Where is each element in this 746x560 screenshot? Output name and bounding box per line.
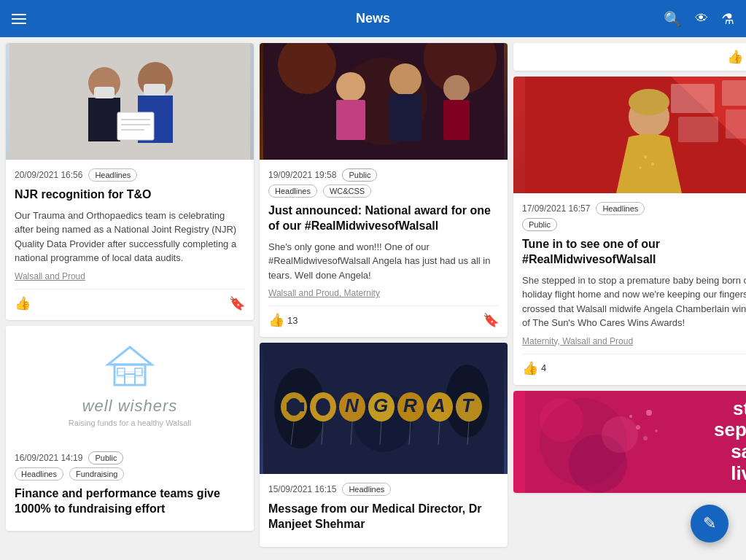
card-meta-njr: 20/09/2021 16:56 Headlines [15,168,245,182]
column-1: 20/09/2021 16:56 Headlines NJR recogniti… [6,43,254,547]
svg-point-61 [651,163,654,166]
sepsis-line1: stop [714,398,746,420]
card-tag-fundraising-wellwishers[interactable]: Fundraising [69,467,124,481]
svg-text:A: A [431,394,446,416]
card-footer-tune-in: 👍 4 🔖 [522,354,746,376]
svg-rect-1 [9,43,250,160]
card-tags-tune-in: Public [522,218,746,231]
news-grid: 20/09/2021 16:56 Headlines NJR recogniti… [0,37,746,553]
card-national-award: 19/09/2021 19:58 Public Headlines WC&CSS… [260,43,508,337]
sepsis-line2: sepsis [714,419,746,441]
card-tune-in: 17/09/2021 16:57 Headlines Public Tune i… [513,77,746,385]
like-button-partial[interactable]: 👍 3 [727,49,746,65]
svg-rect-14 [125,374,135,385]
svg-point-76 [643,436,648,440]
like-button-award[interactable]: 👍 13 [268,312,298,328]
card-tags-wellwishers: Headlines Fundraising [15,467,245,481]
card-tag-public-tune-in[interactable]: Public [522,218,557,231]
svg-rect-35 [287,402,304,411]
card-image-wellwishers: well wishers Raising funds for a healthy… [6,326,254,443]
svg-point-27 [443,75,470,101]
card-links-award: Walsall and Proud, Maternity [268,288,499,298]
card-tag-headlines-njr[interactable]: Headlines [88,168,137,182]
svg-text:N: N [345,394,360,416]
fab-edit-button[interactable]: ✎ [691,505,728,542]
card-image-njr [6,43,254,160]
svg-rect-24 [336,100,365,140]
card-image-midwife [513,77,746,193]
card-tag-public-wellwishers[interactable]: Public [88,451,123,464]
svg-text:R: R [403,394,417,416]
card-date-njr: 20/09/2021 16:56 [15,170,82,180]
filter-icon[interactable]: ⚗ [721,10,734,28]
card-link-tune-in[interactable]: Maternity, Walsall and Proud [522,336,633,346]
svg-point-23 [336,72,365,101]
card-tag-public-award[interactable]: Public [342,168,377,182]
bookmark-button-njr[interactable]: 🔖 [229,295,245,311]
card-date-award: 19/09/2021 19:58 [268,170,336,180]
card-tag-headlines-tune-in[interactable]: Headlines [596,202,645,215]
card-excerpt-award: She's only gone and won!!! One of our #R… [268,240,499,283]
card-date-wellwishers: 16/09/2021 14:19 [15,453,82,463]
card-date-tune-in: 17/09/2021 16:57 [522,203,590,214]
card-tag-headlines-wellwishers[interactable]: Headlines [15,467,63,481]
card-body-wellwishers: 16/09/2021 14:19 Public Headlines Fundra… [6,443,254,532]
header-right: 🔍 👁 ⚗ [664,10,734,28]
like-button-njr[interactable]: 👍 [15,295,31,311]
card-meta-tune-in: 17/09/2021 16:57 Headlines [522,202,746,215]
svg-point-62 [640,167,642,169]
svg-rect-65 [678,117,718,142]
thumb-icon-partial: 👍 [727,49,743,65]
card-meta-wellwishers: 16/09/2021 14:19 Public [15,451,245,464]
sepsis-line3: save [714,441,746,463]
svg-point-60 [644,155,647,158]
sepsis-line4: lives [714,463,746,485]
svg-point-74 [655,429,658,432]
card-njr-recognition: 20/09/2021 16:56 Headlines NJR recogniti… [6,43,254,320]
watch-icon[interactable]: 👁 [695,11,708,26]
card-tag-headlines-medical[interactable]: Headlines [342,483,391,496]
thumb-icon-award: 👍 [268,312,284,328]
fab-edit-icon: ✎ [703,514,716,533]
like-button-tune-in[interactable]: 👍 4 [522,360,546,376]
card-links-njr: Walsall and Proud [15,271,245,281]
card-stop-sepsis: stop sepsis save lives [513,391,746,493]
card-title-njr: NJR recognition for T&O [15,187,245,203]
card-actions-tune-in: 👍 4 [522,360,546,376]
svg-point-59 [629,89,669,115]
card-body-award: 19/09/2021 19:58 Public Headlines WC&CSS… [260,160,508,337]
thumb-icon-njr: 👍 [15,295,31,311]
like-count-award: 13 [287,315,298,326]
card-tag-headlines-award[interactable]: Headlines [268,184,317,198]
svg-rect-63 [671,84,715,113]
card-wellwishers: well wishers Raising funds for a healthy… [6,326,254,532]
thumb-icon-tune-in: 👍 [522,360,538,376]
svg-rect-26 [389,94,421,141]
svg-text:T: T [462,394,475,416]
card-title-wellwishers: Finance and performance teams give 1000%… [15,486,245,517]
card-meta-award: 19/09/2021 19:58 Public [268,168,499,182]
card-tag-wccss-award[interactable]: WC&CSS [323,184,371,198]
svg-point-71 [602,416,638,453]
column-3: 👍 3 🔖 [513,43,746,547]
card-footer-njr: 👍 🔖 [15,289,245,311]
header-left [12,14,26,24]
bookmark-button-award[interactable]: 🔖 [483,312,499,328]
svg-rect-8 [117,112,154,140]
svg-rect-66 [726,109,746,139]
card-body-njr: 20/09/2021 16:56 Headlines NJR recogniti… [6,160,254,320]
card-link-walsall-njr[interactable]: Walsall and Proud [15,271,85,281]
svg-point-25 [389,63,421,96]
card-links-tune-in: Maternity, Walsall and Proud [522,336,746,346]
sepsis-text: stop sepsis save lives [714,398,746,486]
svg-point-37 [316,398,330,416]
hamburger-menu[interactable] [12,14,26,24]
search-icon[interactable]: 🔍 [664,10,682,28]
card-image-award [260,43,508,160]
wellwishers-subtitle: Raising funds for a healthy Walsall [69,419,191,427]
svg-text:G: G [373,394,388,416]
card-body-medical: 15/09/2021 16:15 Headlines Message from … [260,474,508,547]
wellwishers-title: well wishers [82,397,178,416]
svg-marker-12 [108,347,152,365]
card-link-award[interactable]: Walsall and Proud, Maternity [268,288,380,298]
